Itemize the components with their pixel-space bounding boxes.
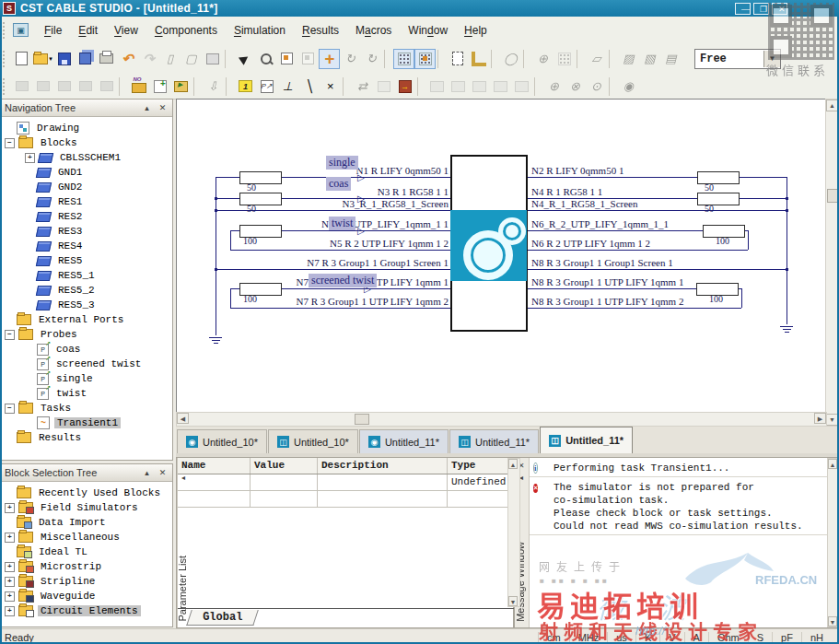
tree-item-res5-1[interactable]: RES5_1 — [25, 268, 98, 283]
resistor[interactable] — [239, 171, 282, 184]
save-icon[interactable] — [53, 49, 75, 69]
document-tab-3[interactable]: ◫Untitled_11* — [449, 429, 539, 453]
wire-label[interactable]: N3 R 1 RG58 1 1 — [378, 186, 449, 197]
chevron-down-icon[interactable]: ▼ — [763, 51, 780, 67]
menu-file[interactable]: File — [36, 20, 70, 41]
bundle-label-chip[interactable]: coas — [326, 177, 351, 191]
resistor[interactable] — [697, 171, 740, 184]
document-tab-0[interactable]: ◉Untitled_10* — [177, 429, 267, 453]
tree-item-waveguide[interactable]: +Waveguide — [5, 589, 98, 603]
tree-item-cblsschem1[interactable]: +CBLSSCHEM1 — [25, 150, 123, 165]
wire-label[interactable]: N6_R_2_UTP_LIFY_1qmm_1_1 — [531, 218, 669, 229]
run-task-icon[interactable] — [170, 77, 192, 96]
tree-item-probes[interactable]: −Probes — [5, 327, 80, 342]
document-tab-2[interactable]: ◉Untitled_11* — [359, 429, 449, 453]
menu-view[interactable]: View — [106, 20, 146, 41]
tree-expander-icon[interactable]: − — [5, 404, 15, 414]
tree-expander-icon[interactable]: + — [5, 503, 15, 513]
print-icon[interactable] — [96, 49, 117, 69]
document-tab-4[interactable]: ◫Untitled_11* — [540, 427, 633, 453]
tree-item-recently-used-blocks[interactable]: Recently Used Blocks — [5, 486, 163, 500]
tree-item-res4[interactable]: RES4 — [25, 239, 85, 253]
tree-item-res3[interactable]: RES3 — [25, 224, 85, 239]
collapse-panel-icon[interactable]: ▴ — [141, 102, 153, 114]
tree-item-stripline[interactable]: +Stripline — [5, 574, 98, 589]
wire-label[interactable]: N8 R 3 Group1 1 UTP LIFY 1qmm 1 — [531, 276, 683, 287]
tree-item-res5-2[interactable]: RES5_2 — [25, 283, 98, 298]
select-arrow-icon[interactable] — [234, 49, 255, 69]
wire-label[interactable]: N4 R 1 RG58 1 1 — [531, 186, 602, 197]
tree-item-miscellaneous[interactable]: +Miscellaneous — [5, 530, 122, 544]
probe-marker[interactable]: ▷ — [357, 193, 365, 204]
resistor[interactable] — [697, 193, 740, 205]
close-button[interactable]: ✕ — [772, 3, 787, 15]
tree-expander-icon[interactable]: + — [5, 533, 15, 543]
tree-item-microstrip[interactable]: +Microstrip — [5, 559, 104, 574]
exit-schematic-icon[interactable]: → — [394, 77, 415, 96]
tree-item-twist[interactable]: Ptwist — [25, 386, 89, 401]
probe-marker[interactable]: ▷ — [357, 172, 365, 182]
probe-tool-icon[interactable]: ╲ — [298, 77, 320, 96]
wire-label[interactable]: N8 R 3 Group1 1 Group1 Screen 1 — [531, 257, 673, 268]
scroll-up-icon[interactable]: ▲ — [508, 459, 518, 469]
close-panel-icon[interactable]: ✕ — [157, 102, 169, 114]
schematic-canvas[interactable]: N1 R LIFY 0qmm50 1N2 R LIFY 0qmm50 1N3 R… — [176, 99, 827, 414]
bundle-label-chip[interactable]: twist — [329, 217, 355, 230]
selection-frame-icon[interactable] — [447, 49, 468, 69]
column-header-name[interactable]: Name — [178, 458, 251, 474]
menu-help[interactable]: Help — [456, 20, 495, 41]
new-document-icon[interactable] — [11, 49, 32, 69]
tree-item-field-simulators[interactable]: +Field Simulators — [5, 500, 141, 515]
tree-expander-icon[interactable]: + — [5, 591, 15, 602]
grid-icon[interactable] — [393, 49, 414, 69]
scroll-down-icon[interactable]: ▼ — [508, 596, 518, 606]
tree-item-res5-3[interactable]: RES5_3 — [25, 298, 98, 312]
tree-item-external-ports[interactable]: External Ports — [5, 312, 126, 327]
wire-label[interactable]: N8 R 3 Group1 1 UTP LIFY 1qmm 2 — [531, 296, 683, 307]
units-ruler-icon[interactable] — [128, 77, 149, 96]
scroll-right-icon[interactable]: ▶ — [814, 413, 826, 424]
tree-item-data-import[interactable]: Data Import — [5, 515, 109, 530]
tree-item-gnd2[interactable]: GND2 — [25, 180, 85, 194]
tree-item-drawing[interactable]: Drawing — [5, 121, 82, 135]
paste-icon[interactable] — [202, 49, 223, 69]
menu-macros[interactable]: Macros — [347, 20, 400, 41]
tree-expander-icon[interactable]: + — [5, 606, 15, 616]
tree-item-coas[interactable]: Pcoas — [25, 342, 83, 357]
external-port-icon[interactable]: P↗ — [256, 77, 277, 96]
wire-label[interactable]: N4_R_1_RG58_1_Screen — [531, 198, 638, 209]
table-scrollbar[interactable]: ▲ ▼ — [507, 458, 520, 607]
tree-item-blocks[interactable]: −Blocks — [5, 135, 80, 150]
menu-components[interactable]: Components — [146, 20, 226, 41]
wire-label[interactable]: N1 R LIFY 0qmm50 1 — [356, 165, 449, 176]
save-all-icon[interactable] — [75, 49, 96, 69]
wire-label[interactable]: N6 R 2 UTP LIFY 1qmm 1 2 — [531, 238, 650, 249]
maximize-button[interactable]: ❐ — [753, 3, 769, 15]
minimize-button[interactable]: — — [735, 3, 751, 15]
open-file-icon[interactable]: ▾ — [32, 49, 53, 69]
result-template-icon[interactable] — [149, 77, 170, 96]
scroll-up-icon[interactable]: ▲ — [828, 459, 837, 469]
wire-label[interactable]: N5 R 2 UTP LIFY 1qmm 1 2 — [330, 238, 449, 249]
snap-mode-dropdown[interactable]: Free ▼ — [694, 49, 781, 69]
probe-marker[interactable]: ▷ — [357, 226, 365, 236]
hscroll-thumb[interactable] — [355, 414, 369, 425]
tree-expander-icon[interactable]: + — [5, 562, 15, 572]
tree-item-gnd1[interactable]: GND1 — [25, 165, 85, 180]
tree-item-res1[interactable]: RES1 — [25, 194, 85, 209]
document-tab-1[interactable]: ◫Untitled_10* — [268, 429, 358, 453]
menu-results[interactable]: Results — [294, 20, 347, 41]
ground-node-icon[interactable]: ⊥ — [277, 77, 298, 96]
zoom-region-icon[interactable] — [276, 49, 297, 69]
tree-expander-icon[interactable]: − — [5, 330, 15, 340]
tree-item-circuit-elements[interactable]: +Circuit Elements — [5, 603, 141, 618]
tree-item-res5[interactable]: RES5 — [25, 253, 85, 268]
tree-expander-icon[interactable]: + — [5, 577, 15, 587]
menu-window[interactable]: Window — [400, 20, 456, 41]
ruler-icon[interactable] — [468, 49, 489, 69]
tree-item-screened-twist[interactable]: Pscreened twist — [25, 357, 144, 371]
column-header-value[interactable]: Value — [251, 458, 318, 474]
menu-simulation[interactable]: Simulation — [226, 20, 294, 41]
undo-icon[interactable]: ↶ — [117, 49, 138, 69]
tree-item-single[interactable]: Psingle — [25, 371, 96, 386]
